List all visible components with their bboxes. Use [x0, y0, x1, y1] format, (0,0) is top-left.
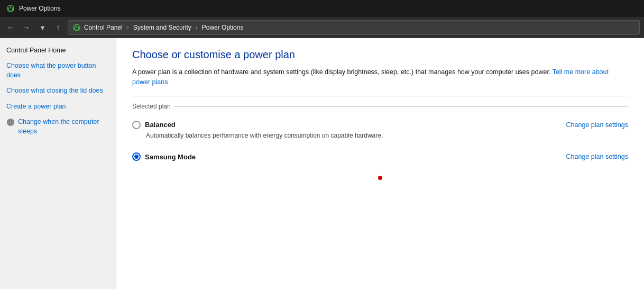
section-divider: [132, 96, 628, 96]
page-title: Choose or customise a power plan: [132, 49, 628, 61]
radio-balanced[interactable]: [132, 121, 141, 129]
title-bar: Power Options: [0, 0, 644, 17]
address-box: Control Panel › System and Security › Po…: [68, 20, 640, 35]
description-part1: A power plan is a collection of hardware…: [132, 68, 553, 76]
main-content: Choose or customise a power plan A power…: [116, 38, 644, 289]
sidebar: Control Panel Home Choose what the power…: [0, 38, 116, 289]
sidebar-lid-close[interactable]: Choose what closing the lid does: [6, 86, 109, 96]
plan-name-row-samsung: Samsung Mode: [132, 152, 196, 161]
sidebar-sleep-item: Change when the computer sleeps: [6, 118, 109, 136]
radio-samsung[interactable]: [132, 152, 141, 161]
plan-name-row-balanced: Balanced: [132, 121, 176, 129]
globe-icon: [6, 118, 15, 127]
recent-locations-button[interactable]: ▾: [36, 21, 49, 34]
sidebar-sleep-settings[interactable]: Change when the computer sleeps: [18, 118, 109, 136]
plan-description-balanced: Automatically balances performance with …: [132, 131, 628, 140]
power-icon: [6, 4, 15, 13]
breadcrumb-control-panel[interactable]: Control Panel: [84, 24, 123, 31]
plan-name-balanced: Balanced: [145, 121, 176, 129]
content-area: Control Panel Home Choose what the power…: [0, 38, 644, 289]
up-button[interactable]: ↑: [52, 21, 65, 34]
breadcrumb-system-security[interactable]: System and Security: [133, 24, 191, 31]
plan-header-balanced: Balanced Change plan settings: [132, 121, 628, 129]
sidebar-power-button[interactable]: Choose what the power button does: [6, 61, 109, 80]
plan-name-samsung: Samsung Mode: [145, 153, 196, 161]
red-dot-indicator: [378, 176, 382, 180]
plan-header-samsung: Samsung Mode Change plan settings: [132, 152, 628, 161]
selected-plan-label: Selected plan: [132, 103, 628, 110]
plan-item-balanced: Balanced Change plan settings Automatica…: [132, 119, 628, 142]
plan-item-samsung: Samsung Mode Change plan settings: [132, 150, 628, 165]
back-button[interactable]: ←: [4, 21, 17, 34]
description-text: A power plan is a collection of hardware…: [132, 67, 628, 87]
title-bar-text: Power Options: [19, 5, 61, 12]
address-power-icon: [72, 23, 81, 32]
change-plan-link-balanced[interactable]: Change plan settings: [566, 121, 628, 129]
sidebar-home-link[interactable]: Control Panel Home: [6, 47, 109, 54]
address-bar: ← → ▾ ↑ Control Panel › System and Secur…: [0, 17, 644, 38]
sidebar-create-plan[interactable]: Create a power plan: [6, 102, 109, 112]
breadcrumb-power-options[interactable]: Power Options: [202, 24, 244, 31]
change-plan-link-samsung[interactable]: Change plan settings: [566, 153, 628, 160]
forward-button[interactable]: →: [20, 21, 33, 34]
